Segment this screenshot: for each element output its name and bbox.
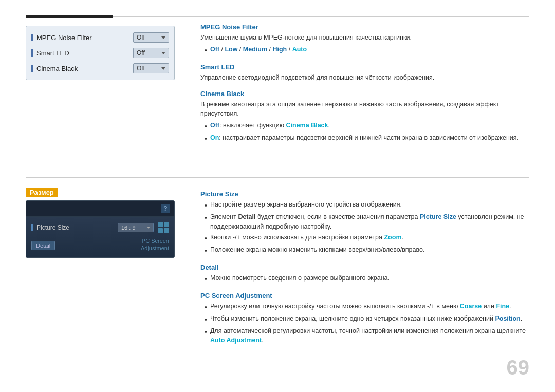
grid-cell-2 <box>164 222 169 227</box>
cinema-on-text: On: настраивает параметры подсветки верх… <box>210 133 519 143</box>
page-container: MPEG Noise Filter Off Smart LED Off Cine… <box>0 0 555 392</box>
cinema-black-desc-title: Cinema Black <box>200 90 529 98</box>
pc-dot-3: • <box>205 327 207 338</box>
mpeg-label-text: MPEG Noise Filter <box>36 34 92 42</box>
mpeg-row: MPEG Noise Filter Off <box>31 32 169 43</box>
smart-led-desc-text: Управление светодиодной подсветкой для п… <box>200 73 529 83</box>
auto-adjustment-link: Auto Adjustment <box>210 337 262 344</box>
mpeg-desc-bullet: • Off / Low / Medium / High / Auto <box>200 45 529 56</box>
cinema-black-link: Cinema Black <box>286 122 328 129</box>
mpeg-bullet-text: Off / Low / Medium / High / Auto <box>210 45 307 54</box>
cinema-black-bullet-2: • On: настраивает параметры подсветки ве… <box>200 133 529 144</box>
page-number: 69 <box>507 356 530 379</box>
detail-dot-1: • <box>205 274 207 285</box>
smart-led-select[interactable]: Off <box>133 48 169 58</box>
ps-bullet-4: • Положение экрана можно изменить кнопка… <box>200 245 529 256</box>
mpeg-desc-section: MPEG Noise Filter Уменьшение шума в MPEG… <box>200 23 529 56</box>
ps-bullet-1: • Настройте размер экрана выбранного уст… <box>200 200 529 211</box>
on-link: On <box>210 134 219 141</box>
cinema-black-dropdown-arrow <box>161 67 165 70</box>
ps-text-3: Кнопки -/+ можно использовать для настро… <box>210 233 403 242</box>
pc-bullet-1: • Регулировку или точную настройку часто… <box>200 302 529 313</box>
smart-led-dropdown-arrow <box>161 52 165 54</box>
cinema-black-desc-text: В режиме кинотеатра эта опция затеняет в… <box>200 100 529 119</box>
ps-dot-4: • <box>205 246 207 256</box>
mpeg-desc-text: Уменьшение шума в MPEG-потоке для повыше… <box>200 33 529 43</box>
picture-size-link: Picture Size <box>420 213 456 220</box>
mpeg-bar <box>31 34 33 41</box>
ps-text-4: Положение экрана можно изменить кнопками… <box>210 245 425 255</box>
pc-dot-2: • <box>205 314 207 325</box>
pc-screen-label: PC ScreenAdjustment <box>141 237 169 252</box>
cinema-black-value: Off <box>137 65 145 72</box>
ps-dot-2: • <box>205 213 207 223</box>
smart-led-label: Smart LED <box>31 49 133 57</box>
picture-size-bar <box>31 224 33 231</box>
high-link: High <box>272 46 287 53</box>
picture-size-label-text: Picture Size <box>36 224 69 231</box>
coarse-link: Coarse <box>460 303 482 310</box>
detail-row: Detail PC ScreenAdjustment <box>31 237 169 252</box>
panel-content: Picture Size 16 : 9 Detail PC ScreenAdju… <box>26 217 174 257</box>
fine-link: Fine <box>496 303 509 310</box>
ps-bullet-2: • Элемент Detail будет отключен, если в … <box>200 212 529 232</box>
ps-text-2: Элемент Detail будет отключен, если в ка… <box>210 212 529 232</box>
pc-text-1: Регулировку или точную настройку частоты… <box>210 302 511 311</box>
picture-size-value: 16 : 9 <box>121 225 136 231</box>
cinema-black-label: Cinema Black <box>31 65 133 72</box>
question-badge: ? <box>161 204 170 213</box>
picture-size-desc-title: Picture Size <box>200 190 529 198</box>
cinema-black-label-text: Cinema Black <box>36 65 78 72</box>
grid-cell-3 <box>158 228 163 233</box>
position-link: Position <box>495 315 520 322</box>
cinema-black-bullet-1: • Off: выключает функцию Cinema Black. <box>200 121 529 132</box>
mpeg-value: Off <box>137 34 145 41</box>
cinema-black-row: Cinema Black Off <box>31 63 169 73</box>
mpeg-select[interactable]: Off <box>133 32 169 43</box>
cinema-black-select[interactable]: Off <box>133 63 169 73</box>
bullet-dot-2: • <box>205 121 207 132</box>
descriptions-top: MPEG Noise Filter Уменьшение шума в MPEG… <box>200 23 529 152</box>
picture-size-row: Picture Size 16 : 9 <box>31 222 169 233</box>
mpeg-dropdown-arrow <box>161 36 165 39</box>
picture-size-select[interactable]: 16 : 9 <box>118 223 154 232</box>
low-link: Low <box>225 46 237 53</box>
pc-dot-1: • <box>205 302 207 313</box>
cinema-off-text: Off: выключает функцию Cinema Black. <box>210 121 330 130</box>
pc-text-3: Для автоматической регулировки частоты, … <box>210 326 529 346</box>
pc-bullet-3: • Для автоматической регулировки частоты… <box>200 326 529 346</box>
smart-led-row: Smart LED Off <box>31 48 169 58</box>
medium-link: Medium <box>243 46 267 53</box>
detail-bullet-1: • Можно посмотреть сведения о размере вы… <box>200 273 529 285</box>
smart-led-value: Off <box>137 49 145 57</box>
cinema-off-link: Off <box>210 122 219 129</box>
settings-panel-bottom: ? Picture Size 16 : 9 <box>26 200 175 258</box>
detail-desc-section: Detail • Можно посмотреть сведения о раз… <box>200 264 529 285</box>
pc-screen-desc-title: PC Screen Adjustment <box>200 292 529 300</box>
ps-dot-3: • <box>205 233 207 244</box>
ps-bullet-3: • Кнопки -/+ можно использовать для наст… <box>200 233 529 244</box>
mpeg-desc-title: MPEG Noise Filter <box>200 23 529 31</box>
bullet-dot-1: • <box>205 45 207 56</box>
cinema-black-bar <box>31 65 33 72</box>
grid-cell-4 <box>164 228 169 233</box>
grid-cell-1 <box>158 222 163 227</box>
bullet-dot-3: • <box>205 134 207 144</box>
pc-text-2: Чтобы изменить положение экрана, щелкнит… <box>210 314 522 324</box>
top-line-long <box>113 16 529 17</box>
picture-size-label: Picture Size <box>31 224 118 231</box>
detail-button[interactable]: Detail <box>31 241 55 250</box>
cinema-black-desc-section: Cinema Black В режиме кинотеатра эта опц… <box>200 90 529 145</box>
detail-text-1: Можно посмотреть сведения о размере выбр… <box>210 273 390 283</box>
pc-screen-desc-section: PC Screen Adjustment • Регулировку или т… <box>200 292 529 346</box>
smart-led-desc-title: Smart LED <box>200 63 529 71</box>
descriptions-bottom: Picture Size • Настройте размер экрана в… <box>200 190 529 352</box>
smart-led-desc-section: Smart LED Управление светодиодной подсве… <box>200 63 529 83</box>
ps-dot-1: • <box>205 200 207 211</box>
top-line-short <box>26 15 113 18</box>
pc-bullet-2: • Чтобы изменить положение экрана, щелкн… <box>200 314 529 325</box>
picture-size-desc-section: Picture Size • Настройте размер экрана в… <box>200 190 529 256</box>
picture-size-arrow <box>147 227 150 229</box>
panel-header: ? <box>26 201 174 217</box>
razmyer-label: Размер <box>26 188 58 197</box>
